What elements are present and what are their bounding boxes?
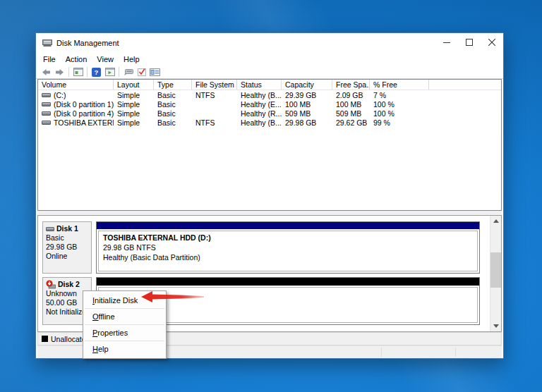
partition-size: 29.98 GB NTFS [103, 243, 473, 252]
console-window-icon[interactable] [103, 66, 116, 78]
volume-icon [42, 93, 51, 97]
toolbar-separator [68, 67, 69, 77]
annotation-arrow [139, 289, 207, 306]
cell-free: 100 MB [332, 100, 370, 109]
disk1-row: Disk 1 Basic 29.98 GB Online TOSHIBA EXT… [42, 221, 480, 274]
disk1-size: 29.98 GB [46, 243, 89, 252]
cell-status: Healthy (B... [237, 91, 282, 99]
column-header-volume[interactable]: Volume [38, 80, 114, 90]
table-row[interactable]: (C:) Simple Basic NTFS Healthy (B... 29.… [38, 90, 501, 99]
task-check-icon[interactable] [135, 66, 148, 78]
column-header-free-space[interactable]: Free Spa... [332, 80, 370, 90]
table-row[interactable]: TOSHIBA EXTERN... Simple Basic NTFS Heal… [38, 118, 501, 127]
toolbar-separator [87, 67, 88, 77]
close-icon [488, 39, 495, 47]
properties-icon[interactable] [148, 66, 162, 78]
cell-type: Basic [154, 109, 192, 118]
svg-text:?: ? [95, 68, 99, 76]
cell-type: Basic [154, 118, 192, 127]
volume-icon [42, 102, 51, 106]
disk-management-app-icon [42, 39, 52, 47]
cell-type: Basic [154, 100, 192, 109]
menu-item-help[interactable]: Help [83, 341, 166, 357]
menu-file[interactable]: File [38, 54, 61, 65]
primary-partition-bar [97, 222, 479, 229]
show-console-tree-icon[interactable] [71, 66, 85, 78]
statusbar-divider [455, 348, 456, 357]
cell-free: 29.62 GB [332, 118, 370, 127]
unallocated-swatch [42, 336, 48, 342]
volume-list-header: Volume Layout Type File System Status Ca… [38, 80, 501, 90]
menu-action[interactable]: Action [61, 54, 92, 65]
vertical-scrollbar[interactable] [490, 216, 501, 331]
column-header-type[interactable]: Type [154, 80, 192, 90]
column-header-file-system[interactable]: File System [192, 80, 237, 90]
cell-layout: Simple [114, 109, 154, 118]
cell-status: Healthy (R... [237, 109, 282, 118]
partition-status: Healthy (Basic Data Partition) [103, 252, 473, 262]
scrollbar-thumb[interactable] [490, 252, 502, 288]
disk1-type: Basic [46, 233, 89, 243]
cell-capacity: 29.39 GB [282, 91, 332, 99]
cell-pct-free: 100 % [370, 109, 429, 118]
table-row[interactable]: (Disk 0 partition 1) Simple Basic Health… [38, 99, 501, 109]
window-title: Disk Management [56, 39, 119, 47]
maximize-icon [466, 39, 473, 47]
menu-item-properties[interactable]: Properties [83, 325, 166, 341]
minimize-button[interactable] [435, 33, 458, 53]
table-row[interactable]: (Disk 0 partition 4) Simple Basic Health… [38, 109, 501, 118]
volume-name: (C:) [54, 91, 66, 99]
scroll-down-icon[interactable] [490, 321, 502, 331]
help-icon[interactable]: ? [90, 66, 103, 78]
column-header-capacity[interactable]: Capacity [282, 80, 332, 90]
cell-layout: Simple [114, 91, 154, 99]
maximize-button[interactable] [458, 33, 481, 53]
toolbar-separator [119, 67, 119, 77]
disk2-name: Disk 2 [58, 280, 80, 289]
volume-name: (Disk 0 partition 1) [54, 100, 114, 109]
column-header-layout[interactable]: Layout [114, 80, 154, 90]
disk1-status: Online [46, 252, 89, 261]
menu-item-offline[interactable]: Offline [83, 309, 166, 324]
cell-capacity: 29.98 GB [282, 118, 332, 127]
disk-icon [46, 227, 54, 231]
disk1-label[interactable]: Disk 1 Basic 29.98 GB Online [42, 221, 92, 274]
cell-fs: NTFS [192, 118, 237, 127]
disk1-partition[interactable]: TOSHIBA EXTERNAL HDD (D:) 29.98 GB NTFS … [96, 221, 480, 274]
volume-name: (Disk 0 partition 4) [54, 109, 114, 118]
cell-status: Healthy (E... [237, 100, 282, 109]
show-action-pane-icon[interactable] [121, 66, 135, 78]
volume-list-pane: Volume Layout Type File System Status Ca… [37, 79, 502, 211]
cell-layout: Simple [114, 118, 154, 127]
cell-pct-free: 100 % [370, 100, 429, 109]
cell-fs: NTFS [192, 91, 237, 99]
menubar: File Action View Help [36, 53, 503, 66]
cell-pct-free: 99 % [370, 118, 429, 127]
partition-title: TOSHIBA EXTERNAL HDD (D:) [103, 233, 473, 243]
column-header-pct-free[interactable]: % Free [370, 80, 429, 90]
disk1-name: Disk 1 [56, 224, 78, 233]
disk-error-icon [46, 280, 56, 289]
cell-layout: Simple [114, 100, 154, 109]
cell-free: 2.09 GB [332, 91, 370, 99]
cell-capacity: 100 MB [282, 100, 332, 109]
cell-free: 509 MB [332, 109, 370, 118]
unallocated-bar [97, 278, 479, 286]
scroll-up-icon[interactable] [490, 216, 502, 226]
toolbar: ? [36, 66, 503, 79]
desktop-wallpaper: Disk Management [0, 0, 542, 392]
back-icon[interactable] [40, 66, 53, 78]
forward-icon[interactable] [53, 66, 66, 78]
column-header-status[interactable]: Status [237, 80, 282, 90]
volume-icon [42, 121, 51, 125]
menu-help[interactable]: Help [119, 54, 145, 65]
cell-status: Healthy (B... [237, 118, 282, 127]
menu-view[interactable]: View [92, 54, 119, 65]
titlebar: Disk Management [36, 33, 503, 53]
cell-capacity: 509 MB [282, 109, 332, 118]
cell-type: Basic [154, 91, 192, 99]
close-button[interactable] [481, 33, 503, 53]
cell-pct-free: 7 % [370, 91, 429, 99]
minimize-icon [443, 39, 450, 47]
statusbar-divider [381, 348, 382, 357]
